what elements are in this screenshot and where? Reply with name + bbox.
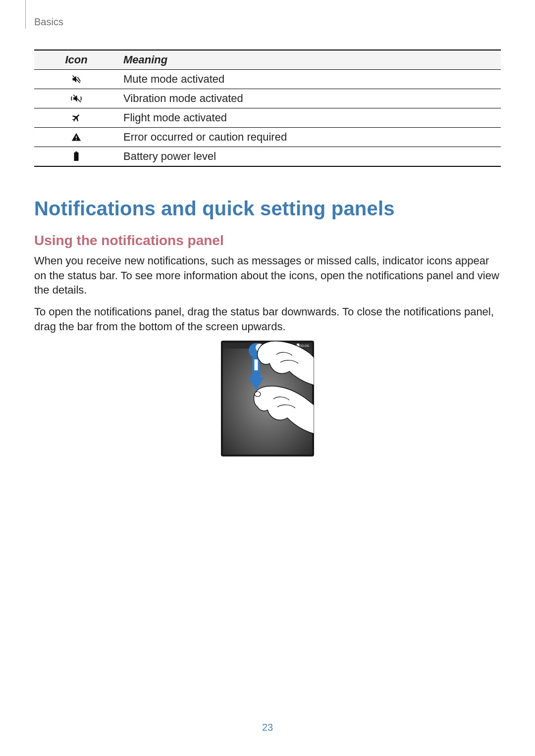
icon-cell bbox=[34, 89, 118, 108]
header-rule bbox=[25, 0, 26, 29]
table-row: Error occurred or caution required bbox=[34, 128, 501, 147]
svg-point-17 bbox=[255, 392, 261, 397]
page-number: 23 bbox=[0, 722, 535, 733]
meaning-cell: Flight mode activated bbox=[118, 108, 501, 128]
svg-rect-4 bbox=[76, 136, 77, 139]
vibration-icon bbox=[70, 94, 83, 103]
battery-icon bbox=[73, 151, 80, 161]
header-icon: Icon bbox=[34, 50, 118, 70]
illustration-container: 00:00 bbox=[34, 341, 501, 456]
meaning-cell: Error occurred or caution required bbox=[118, 128, 501, 147]
warning-icon bbox=[71, 132, 82, 142]
mute-icon bbox=[71, 74, 82, 84]
table-header-row: Icon Meaning bbox=[34, 50, 501, 70]
table-row: Vibration mode activated bbox=[34, 89, 501, 108]
svg-rect-5 bbox=[76, 139, 77, 140]
icon-cell bbox=[34, 108, 118, 128]
drag-down-illustration: 00:00 bbox=[221, 341, 314, 456]
icon-cell bbox=[34, 128, 118, 147]
svg-rect-7 bbox=[74, 152, 78, 161]
table-row: Mute mode activated bbox=[34, 70, 501, 89]
subsection-heading: Using the notifications panel bbox=[34, 233, 501, 249]
meaning-cell: Mute mode activated bbox=[118, 70, 501, 89]
body-paragraph: To open the notifications panel, drag th… bbox=[34, 304, 501, 334]
page-content: Icon Meaning Mute mode activated bbox=[34, 50, 501, 456]
svg-rect-13 bbox=[255, 359, 258, 370]
header-meaning: Meaning bbox=[118, 50, 501, 70]
icon-cell bbox=[34, 70, 118, 89]
section-heading: Notifications and quick setting panels bbox=[34, 198, 501, 220]
table-row: Flight mode activated bbox=[34, 108, 501, 128]
icon-cell bbox=[34, 147, 118, 167]
indicator-icons-table: Icon Meaning Mute mode activated bbox=[34, 50, 501, 167]
meaning-cell: Vibration mode activated bbox=[118, 89, 501, 108]
svg-rect-6 bbox=[75, 151, 77, 152]
flight-icon bbox=[71, 113, 82, 123]
meaning-cell: Battery power level bbox=[118, 147, 501, 167]
breadcrumb: Basics bbox=[34, 16, 63, 28]
table-row: Battery power level bbox=[34, 147, 501, 167]
body-paragraph: When you receive new notifications, such… bbox=[34, 253, 501, 298]
